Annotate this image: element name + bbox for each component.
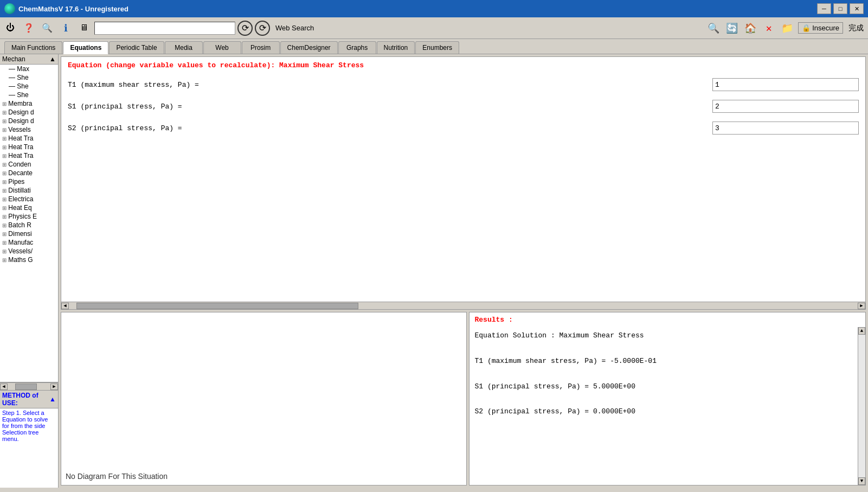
tree-item[interactable]: ⊞ Design d	[0, 117, 58, 125]
toolbar-right: 🔍 🔄 🏠 ✕ 📁 🔒 Insecure 完成	[706, 21, 866, 36]
folder-icon[interactable]: 📁	[780, 21, 795, 36]
results-panel: Results : Equation Solution : Maximum Sh…	[469, 312, 866, 485]
web-search-label: Web Search	[275, 24, 314, 32]
minimize-button[interactable]: ─	[817, 3, 831, 14]
bottom-panels: No Diagram For This Situation Results : …	[61, 312, 866, 485]
tab-prosim[interactable]: Prosim	[242, 41, 280, 54]
equation-row-2: S2 (principal stress, Pa) =	[68, 122, 859, 135]
tree-item[interactable]: ⊞ Heat Tra	[0, 134, 58, 143]
tree-item[interactable]: ⊞ Heat Tra	[0, 143, 58, 151]
results-line	[475, 342, 853, 354]
title-bar-controls: ─ □ ✕	[817, 3, 864, 14]
sidebar-bottom-content: Step 1. Select a Equation to solve for f…	[0, 408, 58, 488]
tree-item[interactable]: ⊞ Distillati	[0, 186, 58, 195]
refresh-icon[interactable]: 🔄	[724, 21, 740, 36]
method-label: METHOD of USE:	[2, 392, 49, 407]
eq-scroll-left[interactable]: ◀	[61, 303, 69, 309]
back-button[interactable]: ⟳	[237, 21, 253, 36]
results-line: S1 (principal stress, Pa) = 5.0000E+00	[475, 380, 853, 393]
search-icon[interactable]: 🔍	[39, 20, 55, 36]
eq-scroll-thumb[interactable]	[76, 303, 358, 309]
tab-web[interactable]: Web	[203, 41, 241, 54]
sidebar-scroll-h[interactable]: ◀ ▶	[0, 382, 58, 390]
tree-item[interactable]: ⊞ Dimensi	[0, 229, 58, 238]
equation-label-2: S2 (principal stress, Pa) =	[68, 124, 712, 132]
diagram-panel: No Diagram For This Situation	[61, 312, 467, 485]
stop-icon[interactable]: ✕	[761, 21, 776, 36]
tree-item[interactable]: ⊞ Design d	[0, 108, 58, 117]
results-line: S2 (principal stress, Pa) = 0.0000E+00	[475, 405, 853, 418]
help-icon[interactable]: ❓	[21, 20, 37, 36]
done-label[interactable]: 完成	[846, 22, 866, 34]
insecure-button[interactable]: 🔒 Insecure	[798, 22, 843, 34]
tree-item[interactable]: ⊞ Decante	[0, 169, 58, 177]
tree-item[interactable]: — She	[0, 82, 58, 91]
equation-body: T1 (maximum shear stress, Pa) =S1 (princ…	[61, 74, 865, 302]
results-scrollbar[interactable]: ▲ ▼	[858, 327, 865, 485]
sidebar-bottom-collapse[interactable]: ▲	[49, 395, 56, 403]
tree-item[interactable]: ⊞ Batch R	[0, 221, 58, 229]
tree-item[interactable]: ⊞ Electrica	[0, 195, 58, 203]
results-scroll-down[interactable]: ▼	[858, 477, 865, 485]
equation-row-0: T1 (maximum shear stress, Pa) =	[68, 78, 859, 91]
toolbar: ⏻ ❓ 🔍 ℹ 🖥 ⟳ ⟳ Web Search 🔍 🔄 🏠 ✕ 📁 🔒 Ins…	[0, 17, 868, 39]
tab-nutrition[interactable]: Nutrition	[377, 41, 415, 54]
equation-header: Equation (change variable values to reca…	[61, 57, 865, 74]
tab-main-functions[interactable]: Main Functions	[4, 41, 62, 54]
results-line	[475, 367, 853, 380]
sidebar-bottom: METHOD of USE: ▲ Step 1. Select a Equati…	[0, 390, 58, 488]
sidebar-scroll-left[interactable]: ◀	[0, 384, 8, 390]
home-icon[interactable]: 🏠	[743, 21, 758, 36]
sidebar-collapse-icon[interactable]: ▲	[49, 55, 56, 63]
tree-item[interactable]: ⊞ Heat Eq	[0, 203, 58, 212]
results-line	[475, 393, 853, 405]
tab-equations[interactable]: Equations	[63, 41, 108, 54]
results-body: Equation Solution : Maximum Shear Stress…	[470, 327, 858, 485]
tree-item[interactable]: ⊞ Manufac	[0, 238, 58, 247]
equation-label-0: T1 (maximum shear stress, Pa) =	[68, 81, 712, 89]
tree-item[interactable]: ⊞ Vessels	[0, 125, 58, 134]
tree-item[interactable]: — She	[0, 73, 58, 82]
info-icon[interactable]: ℹ	[57, 20, 74, 36]
tree-item[interactable]: ⊞ Vessels/	[0, 247, 58, 255]
tree-item[interactable]: — She	[0, 91, 58, 99]
forward-button[interactable]: ⟳	[255, 21, 270, 36]
tab-graphs[interactable]: Graphs	[338, 41, 376, 54]
tab-enumbers[interactable]: Enumbers	[415, 41, 459, 54]
tree-item[interactable]: ⊞ Pipes	[0, 177, 58, 186]
address-input[interactable]	[94, 22, 235, 35]
results-header: Results :	[470, 312, 866, 327]
sidebar-tree[interactable]: — Max— She— She— She⊞ Membra⊞ Design d⊞ …	[0, 65, 58, 380]
power-icon[interactable]: ⏻	[2, 20, 18, 36]
content-area: Equation (change variable values to reca…	[59, 54, 868, 488]
sidebar-scroll-thumb[interactable]	[15, 384, 37, 390]
equation-panel: Equation (change variable values to reca…	[61, 56, 866, 310]
equation-input-0[interactable]	[712, 78, 859, 91]
lock-icon: 🔒	[802, 24, 811, 32]
title-bar-title: ChemMathsV 17.6 - Unregistered	[18, 5, 817, 13]
tree-item[interactable]: ⊞ Membra	[0, 99, 58, 108]
sidebar-bottom-header: METHOD of USE: ▲	[0, 391, 58, 408]
tree-item[interactable]: ⊞ Maths G	[0, 255, 58, 264]
results-line: T1 (maximum shear stress, Pa) = -5.0000E…	[475, 355, 853, 367]
equation-row-1: S1 (principal stress, Pa) =	[68, 100, 859, 113]
tab-periodic-table[interactable]: Periodic Table	[109, 41, 164, 54]
search2-icon[interactable]: 🔍	[706, 21, 721, 36]
close-button[interactable]: ✕	[850, 3, 864, 14]
equation-scrollbar[interactable]: ◀ ▶	[61, 302, 865, 309]
results-scroll-track[interactable]	[858, 335, 865, 477]
tab-media[interactable]: Media	[165, 41, 203, 54]
maximize-button[interactable]: □	[833, 3, 847, 14]
sidebar-top-label: Mechan	[2, 55, 25, 63]
tree-item[interactable]: — Max	[0, 65, 58, 73]
equation-input-1[interactable]	[712, 100, 859, 113]
equation-input-2[interactable]	[712, 122, 859, 135]
tree-item[interactable]: ⊞ Conden	[0, 160, 58, 169]
monitor-icon[interactable]: 🖥	[76, 20, 92, 36]
tree-item[interactable]: ⊞ Heat Tra	[0, 151, 58, 160]
eq-scroll-right[interactable]: ▶	[858, 303, 865, 309]
sidebar-scroll-right[interactable]: ▶	[50, 384, 58, 390]
results-scroll-up[interactable]: ▲	[858, 327, 865, 335]
tab-chemdesigner[interactable]: ChemDesigner	[280, 41, 338, 54]
tree-item[interactable]: ⊞ Physics E	[0, 212, 58, 221]
